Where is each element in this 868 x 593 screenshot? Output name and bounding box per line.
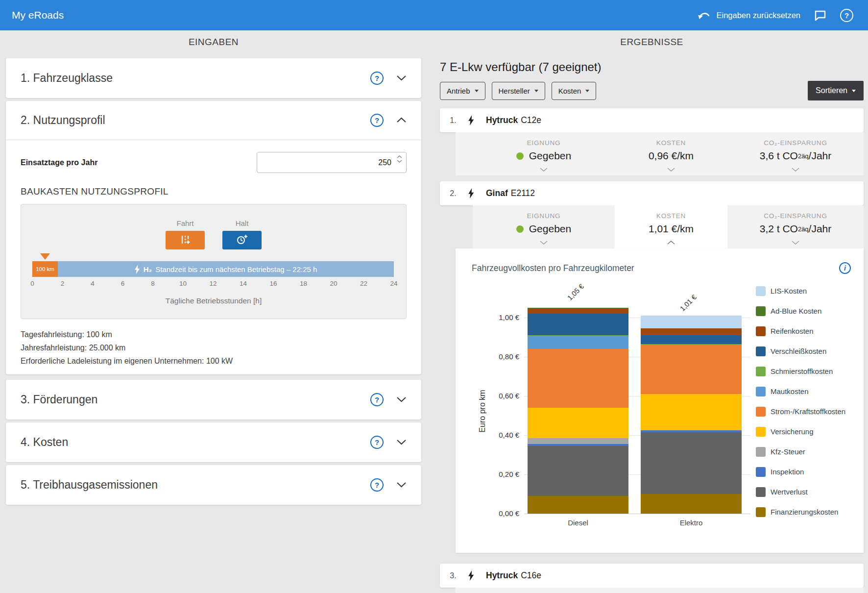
vehicle-brand: Hytruck: [486, 115, 518, 125]
feedback-chat-icon[interactable]: [814, 10, 826, 21]
vehicle-brand: Hytruck: [486, 570, 518, 580]
legend-label: Strom-/Kraftstoffkosten: [771, 407, 845, 416]
chevron-down-icon: [540, 165, 548, 173]
section-help-icon[interactable]: ?: [370, 478, 384, 492]
results-headline: 7 E-Lkw verfügbar (7 geeignet): [440, 60, 864, 75]
section-help-icon[interactable]: ?: [370, 436, 384, 449]
standzeit-segment[interactable]: H₂ Standzeit bis zum nächsten Betriebsta…: [58, 261, 394, 277]
legend-item-finanzierungskosten[interactable]: Finanzierungskosten: [756, 502, 845, 522]
hours-axis-label: Tägliche Betriebsstunden [h]: [21, 296, 406, 305]
legend-item-verschlei-kosten[interactable]: Verschleißkosten: [756, 341, 845, 361]
einsatztage-input[interactable]: [257, 152, 407, 173]
chevron-down-icon: [792, 238, 799, 247]
section-nutzungsprofil-header[interactable]: 2. Nutzungsprofil ?: [6, 101, 421, 140]
result-row-header[interactable]: 3. HytruckC16e: [440, 564, 864, 588]
co2-label: CO₂-EINSPARUNG: [764, 212, 827, 220]
section-foerderungen[interactable]: 3. Förderungen ?: [6, 380, 421, 420]
legend-item-reifenkosten[interactable]: Reifenkosten: [756, 321, 845, 341]
legend-swatch: [756, 367, 766, 376]
hour-tick: 2: [61, 280, 65, 287]
add-halt-button[interactable]: [222, 231, 262, 249]
legend-swatch: [756, 427, 766, 437]
legend-item-mautkosten[interactable]: Mautkosten: [756, 381, 845, 401]
vehicle-model: C16e: [521, 570, 541, 580]
reset-inputs-button[interactable]: Eingaben zurücksetzen: [698, 10, 800, 20]
legend-label: Mautkosten: [771, 387, 809, 395]
chevron-down-icon: [667, 165, 675, 173]
result-row-header[interactable]: 1. HytruckC12e: [440, 108, 864, 132]
chart-category-label: Elektro: [641, 519, 742, 527]
filter-antrieb-button[interactable]: Antrieb: [440, 82, 485, 100]
bar-segment-elektro-strom-kraftstoffkosten: [641, 345, 742, 394]
help-icon[interactable]: ?: [840, 9, 853, 22]
legend-item-schmierstoffkosten[interactable]: Schmierstoffkosten: [756, 361, 845, 381]
chart-y-tick-label: 0,40 €: [459, 431, 519, 439]
legend-label: LIS-Kosten: [771, 287, 807, 295]
legend-item-kfz-steuer[interactable]: Kfz-Steuer: [756, 442, 845, 462]
chevron-down-icon: [585, 90, 589, 92]
result-rank: 3.: [446, 571, 460, 580]
legend-label: Wertverlust: [771, 488, 808, 496]
chart-title: Fahrzeugvollkosten pro Fahrzeugkilometer: [472, 263, 634, 273]
legend-label: Versicherung: [771, 427, 814, 436]
section-kosten[interactable]: 4. Kosten ?: [6, 422, 421, 462]
legend-item-strom-kraftstoffkosten[interactable]: Strom-/Kraftstoffkosten: [756, 401, 845, 421]
kosten-cell[interactable]: KOSTEN 1,01 €/km: [615, 205, 727, 248]
summary-ladeleistung: Erforderliche Ladeleistung im eigenen Un…: [21, 354, 407, 368]
result-rank: 1.: [446, 116, 460, 125]
co2-cell[interactable]: CO₂-EINSPARUNG 3,6 t CO2äq/Jahr: [727, 132, 864, 175]
chart-y-tick-label: 0,20 €: [459, 470, 519, 478]
legend-item-wertverlust[interactable]: Wertverlust: [756, 482, 845, 502]
legend-swatch: [756, 326, 766, 336]
eignung-cell[interactable]: EIGNUNG Gegeben: [473, 132, 615, 175]
legend-item-versicherung[interactable]: Versicherung: [756, 421, 845, 442]
summary-tagesfahrleistung: Tagesfahrleistung: 100 km: [21, 328, 407, 341]
undo-icon: [698, 10, 711, 20]
segment-marker-icon: [40, 253, 50, 260]
co2-label: CO₂-EINSPARUNG: [764, 139, 827, 147]
hour-tick: 16: [269, 280, 277, 287]
lightning-icon: [135, 265, 140, 274]
filter-label: Antrieb: [447, 87, 470, 95]
vehicle-brand: Ginaf: [486, 188, 508, 198]
electric-bolt-icon: [468, 188, 474, 198]
section-nutzungsprofil: 2. Nutzungsprofil ? Einsatztage pro Jahr…: [6, 101, 421, 374]
filter-kosten-button[interactable]: Kosten: [552, 82, 597, 100]
chevron-down-icon: [396, 74, 407, 83]
legend-item-lis-kosten[interactable]: LIS-Kosten: [756, 281, 845, 301]
bar-total-label: 1,01 €: [678, 286, 705, 313]
legend-swatch: [756, 346, 766, 356]
section-help-icon[interactable]: ?: [370, 393, 384, 406]
legend-item-ad-blue-kosten[interactable]: Ad-Blue Kosten: [756, 301, 845, 321]
result-row-header[interactable]: 2. GinafE2112: [440, 181, 864, 205]
section-title: 1. Fahrzeugklasse: [21, 72, 113, 85]
number-stepper[interactable]: [397, 155, 402, 163]
sort-button[interactable]: Sortieren: [808, 81, 864, 100]
drive-segment[interactable]: 100 km: [32, 261, 58, 277]
eignung-value: Gegeben: [529, 150, 571, 162]
legend-label: Inspektion: [771, 468, 804, 476]
add-fahrt-button[interactable]: [166, 231, 205, 249]
bar-segment-elektro-finanzierungskosten: [641, 494, 742, 514]
einsatztage-label: Einsatztage pro Jahr: [21, 158, 97, 167]
result-stats: EIGNUNG Gegeben KOSTEN 0,96 €/km CO₂-EIN…: [456, 132, 864, 175]
chevron-down-icon: [475, 90, 479, 92]
kosten-cell[interactable]: KOSTEN 0,96 €/km: [615, 132, 727, 175]
section-help-icon[interactable]: ?: [370, 72, 384, 85]
legend-swatch: [756, 467, 766, 477]
chevron-down-icon: [852, 90, 856, 92]
legend-item-inspektion[interactable]: Inspektion: [756, 462, 845, 482]
eignung-cell[interactable]: EIGNUNG Gegeben: [473, 205, 615, 248]
halt-label: Halt: [236, 219, 249, 227]
filter-hersteller-button[interactable]: Hersteller: [492, 82, 545, 100]
info-icon[interactable]: i: [839, 262, 851, 274]
sort-label: Sortieren: [816, 86, 847, 95]
section-treibhausgasemissionen[interactable]: 5. Treibhausgasemissionen ?: [6, 465, 421, 505]
legend-label: Schmierstoffkosten: [771, 367, 833, 375]
vehicle-name: HytruckC16e: [486, 570, 541, 581]
section-fahrzeugklasse[interactable]: 1. Fahrzeugklasse ?: [6, 58, 421, 98]
co2-cell[interactable]: CO₂-EINSPARUNG 3,2 t CO2äq/Jahr: [727, 205, 864, 248]
co2-value: 3,6 t CO2äq/Jahr: [760, 150, 832, 162]
section-help-icon[interactable]: ?: [370, 114, 384, 127]
kosten-label: KOSTEN: [656, 139, 686, 147]
